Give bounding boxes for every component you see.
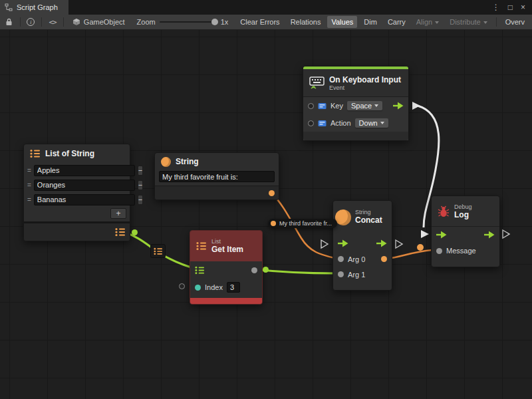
node-on-keyboard-input[interactable]: On Keyboard Input Event Key Space Action… xyxy=(303,66,409,141)
trigger-output-port[interactable] xyxy=(393,102,404,110)
window-controls: ⋮ □ × xyxy=(492,0,532,15)
node-concat[interactable]: String Concat Arg 0 Arg 1 xyxy=(332,200,392,291)
maximize-icon[interactable]: □ xyxy=(508,3,513,12)
key-port-row: Key Space xyxy=(303,97,408,114)
node-string-literal[interactable]: String xyxy=(154,152,279,200)
toolbar-separator xyxy=(20,17,21,27)
list-item-row: = − xyxy=(24,192,130,207)
key-label: Key xyxy=(331,102,343,110)
action-input-port[interactable] xyxy=(308,120,314,126)
drag-handle-icon[interactable]: = xyxy=(27,167,31,174)
arg1-input-port[interactable] xyxy=(338,271,344,277)
flow-output-port[interactable] xyxy=(484,231,495,239)
remove-item-button[interactable]: − xyxy=(138,195,143,205)
node-get-item[interactable]: List Get Item Index 3 xyxy=(190,230,263,305)
cube-icon xyxy=(72,18,80,26)
list-item-row: = − xyxy=(24,163,130,178)
bug-icon xyxy=(438,205,450,217)
info-icon[interactable]: i xyxy=(25,16,37,28)
distribute-dropdown[interactable]: Distribute xyxy=(446,16,491,28)
list-input-row xyxy=(190,261,262,279)
tab-script-graph[interactable]: Script Graph xyxy=(0,0,68,15)
tab-title: Script Graph xyxy=(17,3,58,11)
key-dropdown[interactable]: Space xyxy=(347,101,382,110)
item-output-port[interactable] xyxy=(251,267,257,273)
values-button[interactable]: Values xyxy=(327,16,357,28)
key-device-icon xyxy=(318,102,327,110)
key-input-port[interactable] xyxy=(308,103,314,109)
remove-item-button[interactable]: − xyxy=(138,180,143,190)
window-menu-icon[interactable]: ⋮ xyxy=(492,3,500,12)
zoom-control: Zoom 1x xyxy=(137,18,229,26)
relations-button[interactable]: Relations xyxy=(287,16,325,28)
index-row: Index 3 xyxy=(190,279,262,296)
carry-button[interactable]: Carry xyxy=(384,16,410,28)
flow-port-triangle xyxy=(396,240,402,248)
gameobject-selector[interactable]: GameObject xyxy=(68,18,129,26)
wire-value-tooltip: My third favorite fr... xyxy=(268,219,337,228)
string-value-input[interactable] xyxy=(159,171,275,182)
result-output-port[interactable] xyxy=(381,256,387,262)
node-list-of-string[interactable]: List of String = − = − = − + xyxy=(23,144,130,241)
zoom-slider[interactable] xyxy=(160,21,217,23)
drag-handle-icon[interactable]: = xyxy=(27,196,31,203)
titlebar: Script Graph ⋮ □ × xyxy=(0,0,532,15)
message-row: Message xyxy=(432,243,499,259)
list-input-port[interactable] xyxy=(195,266,205,275)
node-title: List of String xyxy=(45,149,94,158)
action-port-row: Action Down xyxy=(303,114,408,132)
unconnected-index-port[interactable] xyxy=(179,283,185,289)
drag-handle-icon[interactable]: = xyxy=(27,182,31,189)
arg0-input-port[interactable] xyxy=(338,256,344,262)
remove-item-button[interactable]: − xyxy=(138,166,143,176)
string-output-port[interactable] xyxy=(269,190,275,196)
zoom-label: Zoom xyxy=(137,18,156,26)
index-input-port[interactable] xyxy=(195,285,201,291)
keyboard-icon xyxy=(309,76,325,90)
node-over-title: Debug xyxy=(454,203,472,210)
node-subtitle: Event xyxy=(329,84,401,91)
align-dropdown[interactable]: Align xyxy=(412,16,443,28)
node-over-title: List xyxy=(211,238,243,245)
index-value-field[interactable]: 3 xyxy=(227,282,240,293)
add-item-button[interactable]: + xyxy=(110,208,126,219)
node-over-title: String xyxy=(355,209,382,215)
wire-value-text: My third favorite fr... xyxy=(279,220,332,227)
gameobject-label: GameObject xyxy=(84,18,125,26)
list-icon xyxy=(154,247,163,255)
arg1-row: Arg 1 xyxy=(333,267,392,282)
close-icon[interactable]: × xyxy=(521,3,525,12)
toolbar-separator xyxy=(41,17,42,27)
action-dropdown[interactable]: Down xyxy=(355,118,388,128)
wire-value-dot xyxy=(417,244,424,251)
zoom-slider-handle[interactable] xyxy=(211,19,218,25)
list-item-input[interactable] xyxy=(34,165,135,176)
flow-input-port[interactable] xyxy=(436,231,447,239)
node-title: Concat xyxy=(355,215,382,225)
wire-value-dot xyxy=(132,229,138,235)
chevron-down-icon xyxy=(483,21,487,24)
string-icon xyxy=(335,209,351,225)
message-input-port[interactable] xyxy=(436,248,442,254)
lock-icon[interactable] xyxy=(3,16,15,28)
node-title: Get Item xyxy=(211,245,243,254)
clear-errors-button[interactable]: Clear Errors xyxy=(236,16,283,28)
dim-button[interactable]: Dim xyxy=(360,16,381,28)
chevron-down-icon xyxy=(435,21,439,24)
index-label: Index xyxy=(205,283,223,291)
flow-port-triangle xyxy=(321,240,328,248)
code-view-icon[interactable]: <> xyxy=(47,16,59,28)
flow-arrow-end xyxy=(421,230,429,238)
overview-button[interactable]: Overv xyxy=(501,16,529,28)
list-item-input[interactable] xyxy=(34,194,135,205)
list-output-port[interactable] xyxy=(115,227,126,237)
toolbar-separator xyxy=(496,17,497,27)
flow-output-port[interactable] xyxy=(376,239,387,247)
list-item-input[interactable] xyxy=(34,180,135,191)
node-log[interactable]: Debug Log Message xyxy=(431,196,500,267)
graph-canvas[interactable]: List of String = − = − = − + String xyxy=(0,30,532,399)
chevron-down-icon xyxy=(380,122,384,124)
arg1-label: Arg 1 xyxy=(348,271,365,279)
wire-concat-to-log[interactable] xyxy=(386,250,432,259)
flow-input-port[interactable] xyxy=(338,239,348,247)
